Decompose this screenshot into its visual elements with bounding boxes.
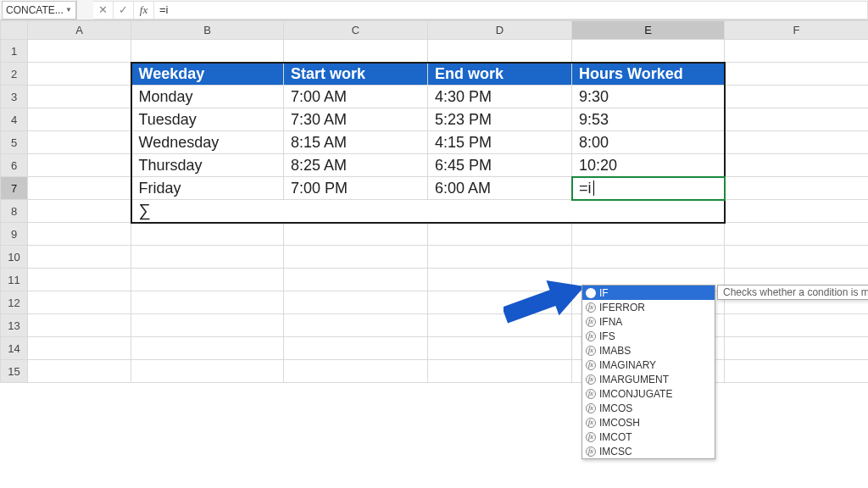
cell-D7[interactable]: 6:00 AM xyxy=(428,177,572,200)
cell-C6[interactable]: 8:25 AM xyxy=(284,154,428,177)
cell[interactable] xyxy=(725,40,869,63)
cell[interactable] xyxy=(131,291,284,314)
cell-E5[interactable]: 8:00 xyxy=(572,131,725,154)
cell-B2[interactable]: Weekday xyxy=(131,63,284,86)
cell-B7[interactable]: Friday xyxy=(131,177,284,200)
cell[interactable] xyxy=(28,86,131,108)
cell-B4[interactable]: Tuesday xyxy=(131,108,284,131)
cell-D2[interactable]: End work xyxy=(428,63,572,86)
cell[interactable] xyxy=(284,269,428,291)
worksheet[interactable]: A B C D E F 1 2 Weekday Start work End w… xyxy=(0,20,868,488)
row-header-11[interactable]: 11 xyxy=(1,269,28,291)
cell[interactable] xyxy=(725,314,869,337)
autocomplete-item[interactable]: fxIMCOT xyxy=(582,430,715,444)
autocomplete-item[interactable]: fxIMARGUMENT xyxy=(582,372,715,386)
cell[interactable] xyxy=(428,360,572,383)
cell[interactable] xyxy=(131,269,284,291)
cell-E3[interactable]: 9:30 xyxy=(572,86,725,108)
cell[interactable] xyxy=(28,291,131,314)
cell[interactable] xyxy=(428,314,572,337)
cell[interactable] xyxy=(725,337,869,360)
cell[interactable] xyxy=(131,360,284,383)
cell[interactable] xyxy=(28,200,131,223)
cell[interactable] xyxy=(725,154,869,177)
cell[interactable] xyxy=(725,223,869,246)
col-header-A[interactable]: A xyxy=(28,21,131,40)
cell-C2[interactable]: Start work xyxy=(284,63,428,86)
col-header-E[interactable]: E xyxy=(572,21,725,40)
cell[interactable] xyxy=(284,40,428,63)
cell[interactable] xyxy=(284,291,428,314)
row-header-14[interactable]: 14 xyxy=(1,337,28,360)
cell[interactable] xyxy=(428,337,572,360)
cell[interactable] xyxy=(725,177,869,200)
autocomplete-item[interactable]: fxIFS xyxy=(582,329,715,343)
cell[interactable] xyxy=(725,108,869,131)
cell-C5[interactable]: 8:15 AM xyxy=(284,131,428,154)
row-header-12[interactable]: 12 xyxy=(1,291,28,314)
cell[interactable] xyxy=(428,40,572,63)
autocomplete-item[interactable]: fxIFERROR xyxy=(582,300,715,314)
cell-E2[interactable]: Hours Worked xyxy=(572,63,725,86)
cell[interactable] xyxy=(428,246,572,269)
cell[interactable] xyxy=(28,154,131,177)
autocomplete-item[interactable]: fxIMCOSH xyxy=(582,415,715,430)
autocomplete-item[interactable]: fxIMAGINARY xyxy=(582,358,715,372)
cell-C3[interactable]: 7:00 AM xyxy=(284,86,428,108)
cell[interactable] xyxy=(28,40,131,63)
cell-E4[interactable]: 9:53 xyxy=(572,108,725,131)
col-header-F[interactable]: F xyxy=(725,21,869,40)
cell-E7-editing[interactable]: =i xyxy=(572,177,725,200)
row-header-7[interactable]: 7 xyxy=(1,177,28,200)
row-header-9[interactable]: 9 xyxy=(1,223,28,246)
row-header-4[interactable]: 4 xyxy=(1,108,28,131)
cell[interactable] xyxy=(725,63,869,86)
cell-B6[interactable]: Thursday xyxy=(131,154,284,177)
cell-D4[interactable]: 5:23 PM xyxy=(428,108,572,131)
cell[interactable] xyxy=(284,246,428,269)
cell-D3[interactable]: 4:30 PM xyxy=(428,86,572,108)
row-header-6[interactable]: 6 xyxy=(1,154,28,177)
cell[interactable] xyxy=(284,314,428,337)
cell-D5[interactable]: 4:15 PM xyxy=(428,131,572,154)
cell-B5[interactable]: Wednesday xyxy=(131,131,284,154)
formula-autocomplete[interactable]: fxIFfxIFERRORfxIFNAfxIFSfxIMABSfxIMAGINA… xyxy=(581,285,715,459)
cell[interactable] xyxy=(28,269,131,291)
autocomplete-item[interactable]: fxIMCOS xyxy=(582,401,715,415)
cell[interactable] xyxy=(428,223,572,246)
cell[interactable] xyxy=(284,223,428,246)
row-header-2[interactable]: 2 xyxy=(1,63,28,86)
cell[interactable] xyxy=(572,223,725,246)
cell[interactable] xyxy=(28,360,131,383)
cell[interactable] xyxy=(131,314,284,337)
row-header-10[interactable]: 10 xyxy=(1,246,28,269)
autocomplete-item[interactable]: fxIF xyxy=(582,286,715,300)
cell[interactable] xyxy=(28,108,131,131)
cell-E6[interactable]: 10:20 xyxy=(572,154,725,177)
cell-C4[interactable]: 7:30 AM xyxy=(284,108,428,131)
name-box[interactable]: CONCATE... ▼ xyxy=(2,1,76,19)
cell[interactable] xyxy=(572,40,725,63)
insert-function-button[interactable]: fx xyxy=(134,1,154,19)
cell-D6[interactable]: 6:45 PM xyxy=(428,154,572,177)
autocomplete-item[interactable]: fxIMCSC xyxy=(582,444,715,458)
confirm-formula-button[interactable]: ✓ xyxy=(114,1,134,19)
cell[interactable] xyxy=(725,86,869,108)
cell[interactable] xyxy=(28,246,131,269)
cell[interactable] xyxy=(572,246,725,269)
cell[interactable] xyxy=(28,314,131,337)
cell[interactable] xyxy=(28,131,131,154)
row-header-15[interactable]: 15 xyxy=(1,360,28,383)
autocomplete-item[interactable]: fxIFNA xyxy=(582,314,715,329)
cell[interactable] xyxy=(725,131,869,154)
cell[interactable] xyxy=(28,337,131,360)
col-header-B[interactable]: B xyxy=(131,21,284,40)
cell[interactable] xyxy=(28,63,131,86)
cell[interactable] xyxy=(725,360,869,383)
cell[interactable] xyxy=(725,246,869,269)
row-header-8[interactable]: 8 xyxy=(1,200,28,223)
cell[interactable] xyxy=(284,337,428,360)
cell-C7[interactable]: 7:00 PM xyxy=(284,177,428,200)
cell-B8-merged[interactable]: ∑ xyxy=(131,200,725,223)
cell[interactable] xyxy=(428,269,572,291)
